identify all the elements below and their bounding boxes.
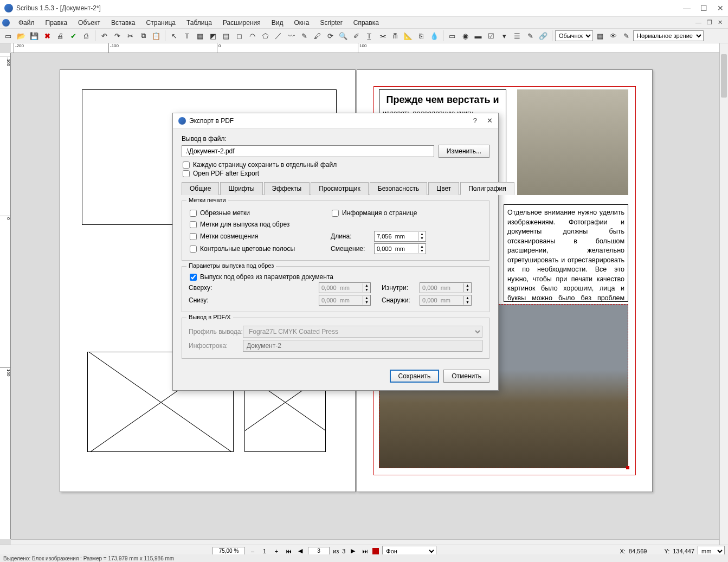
edit-contents-icon[interactable]: ✐ bbox=[350, 30, 362, 42]
tab-color[interactable]: Цвет bbox=[428, 182, 459, 195]
menubar: Файл Правка Объект Вставка Страница Табл… bbox=[0, 16, 728, 28]
chk-bleed-marks[interactable] bbox=[190, 221, 197, 228]
minimize-icon[interactable]: — bbox=[683, 4, 691, 12]
shape-icon[interactable]: ◻ bbox=[233, 30, 245, 42]
pdf-button-icon[interactable]: ▭ bbox=[446, 30, 458, 42]
freehand-icon[interactable]: ✎ bbox=[298, 30, 310, 42]
vertical-scrollbar[interactable] bbox=[719, 43, 728, 548]
text-frame-icon[interactable]: T bbox=[181, 30, 193, 42]
edit-text-icon[interactable]: T̲ bbox=[363, 30, 375, 42]
chk-each-page[interactable] bbox=[183, 162, 190, 169]
window-title: Scribus 1.5.3 - [Документ-2*] bbox=[16, 4, 101, 12]
menu-edit[interactable]: Правка bbox=[40, 18, 73, 28]
preflight-icon[interactable]: ✔ bbox=[67, 30, 79, 42]
tab-effects[interactable]: Эффекты bbox=[264, 182, 310, 195]
vertical-ruler: -100 0 100 bbox=[0, 53, 11, 539]
rotate-icon[interactable]: ⟳ bbox=[324, 30, 336, 42]
pdf-combo-icon[interactable]: ▾ bbox=[498, 30, 510, 42]
chk-page-info[interactable] bbox=[332, 210, 339, 217]
menu-file[interactable]: Файл bbox=[13, 18, 40, 28]
menu-table[interactable]: Таблица bbox=[181, 18, 217, 28]
maximize-icon[interactable]: ☐ bbox=[700, 4, 707, 12]
dialog-help-icon[interactable]: ? bbox=[473, 117, 477, 125]
bleed-bottom-label: Снизу: bbox=[189, 296, 237, 304]
close-doc-icon[interactable]: ✖ bbox=[41, 30, 53, 42]
copy-props-icon[interactable]: ⎘ bbox=[415, 30, 427, 42]
pdf-text-icon[interactable]: ▬ bbox=[472, 30, 484, 42]
change-button[interactable]: Изменить... bbox=[439, 145, 489, 158]
line-icon[interactable]: ／ bbox=[272, 30, 284, 42]
preview-mode-select[interactable]: Обычное bbox=[555, 30, 593, 41]
spin-down-icon[interactable]: ▼ bbox=[418, 236, 426, 241]
eyedropper-icon[interactable]: 💧 bbox=[428, 30, 440, 42]
menu-windows[interactable]: Окна bbox=[289, 18, 315, 28]
length-spinner[interactable]: ▲▼ bbox=[374, 231, 426, 242]
render-frame-icon[interactable]: ◩ bbox=[207, 30, 219, 42]
text-frame-body[interactable]: Отдельное внимание нужно уделить изображ… bbox=[504, 204, 628, 302]
pdf-link-icon[interactable]: 🔗 bbox=[537, 30, 549, 42]
menu-view[interactable]: Вид bbox=[266, 18, 289, 28]
tab-viewer[interactable]: Просмотрщик bbox=[311, 182, 369, 195]
bezier-icon[interactable]: 〰 bbox=[285, 30, 297, 42]
zoom-icon[interactable]: 🔍 bbox=[337, 30, 349, 42]
menu-scripter[interactable]: Scripter bbox=[314, 18, 347, 28]
vision-mode-select[interactable]: Нормальное зрение bbox=[633, 30, 704, 41]
pdf-radio-icon[interactable]: ◉ bbox=[459, 30, 471, 42]
spin-down-icon[interactable]: ▼ bbox=[418, 249, 426, 253]
save-icon[interactable]: 💾 bbox=[28, 30, 40, 42]
length-input[interactable] bbox=[375, 231, 418, 241]
image-frame-icon[interactable]: ▦ bbox=[194, 30, 206, 42]
menu-help[interactable]: Справка bbox=[348, 18, 384, 28]
chk-reg-marks[interactable] bbox=[190, 233, 197, 240]
tab-security[interactable]: Безопасность bbox=[370, 182, 428, 195]
mdi-restore-icon[interactable]: ❐ bbox=[707, 19, 712, 26]
menu-object[interactable]: Объект bbox=[73, 18, 106, 28]
table-icon[interactable]: ▤ bbox=[220, 30, 232, 42]
paste-icon[interactable]: 📋 bbox=[150, 30, 162, 42]
undo-icon[interactable]: ↶ bbox=[98, 30, 110, 42]
toggle-cms-icon[interactable]: ▦ bbox=[594, 30, 606, 42]
mdi-close-icon[interactable]: ✕ bbox=[718, 19, 723, 26]
open-icon[interactable]: 📂 bbox=[15, 30, 27, 42]
edit-in-preview-icon[interactable]: ✎ bbox=[620, 30, 632, 42]
spin-up-icon[interactable]: ▲ bbox=[418, 232, 426, 236]
cancel-button[interactable]: Отменить bbox=[443, 370, 489, 383]
print-icon[interactable]: 🖨 bbox=[54, 30, 66, 42]
menu-insert[interactable]: Вставка bbox=[106, 18, 141, 28]
unlink-frames-icon[interactable]: ⫚ bbox=[389, 30, 401, 42]
tab-fonts[interactable]: Шрифты bbox=[220, 182, 262, 195]
menu-extras[interactable]: Расширения bbox=[217, 18, 266, 28]
pdf-check-icon[interactable]: ☑ bbox=[485, 30, 497, 42]
pdf-list-icon[interactable]: ☰ bbox=[511, 30, 523, 42]
image-manuscript[interactable] bbox=[517, 89, 628, 195]
tab-prepress[interactable]: Полиграфия bbox=[460, 182, 514, 195]
tab-general[interactable]: Общие bbox=[182, 182, 219, 195]
menu-page[interactable]: Страница bbox=[141, 18, 181, 28]
copy-icon[interactable]: ⧉ bbox=[137, 30, 149, 42]
chk-colorbars-label: Контрольные цветовые полосы bbox=[200, 245, 295, 253]
mdi-minimize-icon[interactable]: — bbox=[695, 19, 701, 26]
cut-icon[interactable]: ✂ bbox=[124, 30, 136, 42]
pdf-annot-icon[interactable]: ✎ bbox=[524, 30, 536, 42]
dialog-close-icon[interactable]: ✕ bbox=[487, 117, 493, 125]
offset-spinner[interactable]: ▲▼ bbox=[374, 243, 426, 254]
chk-color-bars[interactable] bbox=[190, 246, 197, 253]
new-doc-icon[interactable]: ▭ bbox=[2, 30, 14, 42]
select-tool-icon[interactable]: ↖ bbox=[168, 30, 180, 42]
chk-bleed-from-doc[interactable] bbox=[190, 274, 197, 281]
close-icon[interactable]: ✕ bbox=[717, 4, 724, 12]
pdf-export-icon[interactable]: ⎙ bbox=[80, 30, 92, 42]
redo-icon[interactable]: ↷ bbox=[111, 30, 123, 42]
save-button[interactable]: Сохранить bbox=[390, 370, 440, 383]
chk-crop-marks[interactable] bbox=[190, 210, 197, 217]
preview-icon[interactable]: 👁 bbox=[607, 30, 619, 42]
calligraphy-icon[interactable]: 🖊 bbox=[311, 30, 323, 42]
polygon-icon[interactable]: ⬠ bbox=[259, 30, 271, 42]
link-frames-icon[interactable]: ⫘ bbox=[376, 30, 388, 42]
spin-up-icon[interactable]: ▲ bbox=[418, 244, 426, 249]
measure-icon[interactable]: 📐 bbox=[402, 30, 414, 42]
offset-input[interactable] bbox=[375, 244, 418, 254]
arc-icon[interactable]: ◠ bbox=[246, 30, 258, 42]
chk-open-after[interactable] bbox=[183, 170, 190, 177]
output-file-input[interactable] bbox=[182, 145, 434, 157]
